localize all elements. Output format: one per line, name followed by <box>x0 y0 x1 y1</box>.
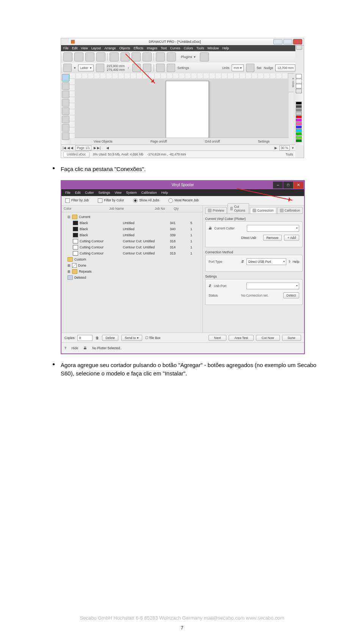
hide-label[interactable]: Hide <box>72 346 78 350</box>
units-select[interactable]: mm ▾ <box>232 64 244 71</box>
toolbar-icon[interactable] <box>156 52 165 61</box>
tools-label[interactable]: Tools <box>286 152 293 156</box>
done-button[interactable]: Done <box>282 335 301 341</box>
help-icon[interactable]: ? <box>289 260 290 264</box>
close-button[interactable] <box>293 39 302 44</box>
menu-file[interactable]: File <box>65 191 71 195</box>
plugins-label[interactable]: Plugins <box>181 55 192 59</box>
tab-connection[interactable]: Connection <box>250 207 276 213</box>
filter-by-color-check[interactable]: Filter by Color <box>98 198 124 203</box>
col-jobname[interactable]: Job Name <box>109 207 155 210</box>
job-row[interactable]: Cutting ContourContour Cut: Untitled3141 <box>62 244 202 250</box>
menu-text[interactable]: Text <box>161 46 167 50</box>
grid-toggle[interactable]: Grid on/off <box>205 140 220 143</box>
menu-arrange[interactable]: Arrange <box>104 46 116 50</box>
menu-objects[interactable]: Objects <box>119 46 130 50</box>
swatch[interactable] <box>296 79 302 83</box>
pointer-tool-icon[interactable] <box>62 74 69 82</box>
menu-help[interactable]: Help <box>222 46 229 50</box>
col-jobno[interactable]: Job No <box>155 207 174 210</box>
menu-edit[interactable]: Edit <box>72 46 78 50</box>
opt-icon[interactable] <box>143 64 151 72</box>
copies-input[interactable]: 0 <box>77 335 93 341</box>
job-row[interactable]: BlackUntitled3415 <box>62 220 202 226</box>
mdi-close[interactable] <box>296 45 302 50</box>
toolbar-icon[interactable] <box>85 52 94 61</box>
job-row[interactable]: Cutting ContourContour Cut: Untitled3131 <box>62 250 202 256</box>
menu-tools[interactable]: Tools <box>196 46 204 50</box>
menu-curves[interactable]: Curves <box>170 46 180 50</box>
toolbar-icon[interactable] <box>110 52 119 61</box>
col-qty[interactable]: Qty <box>174 207 185 210</box>
folder-repeats[interactable]: ⊞Repeats <box>62 268 202 275</box>
port-type-select[interactable]: Direct USB Port <box>246 258 286 265</box>
page-toggle[interactable]: Page on/off <box>151 140 167 143</box>
swatch[interactable] <box>296 129 302 132</box>
page-size-select[interactable]: Letter ▾ <box>78 64 94 71</box>
tab-cut-options[interactable]: Cut Options <box>228 203 249 213</box>
folder-custom[interactable]: Custom <box>62 256 202 262</box>
menu-images[interactable]: Images <box>147 46 157 50</box>
toolbar-icon[interactable] <box>96 52 105 61</box>
add-button[interactable]: + Add <box>284 235 299 241</box>
opt-icon[interactable] <box>156 64 165 72</box>
opt-icon[interactable] <box>167 64 175 72</box>
toolbar-icon[interactable] <box>143 52 152 61</box>
toolbar-icon[interactable] <box>63 52 72 61</box>
area-test-button[interactable]: Area Test <box>229 335 254 341</box>
swatch[interactable] <box>296 126 302 129</box>
usb-port-select[interactable] <box>246 283 299 289</box>
canvas-area[interactable] <box>75 78 289 138</box>
folder-deleted[interactable]: Deleted <box>62 275 202 281</box>
remove-button[interactable]: Remove <box>263 235 282 241</box>
tool-icon[interactable] <box>62 82 69 90</box>
close-button[interactable]: ✕ <box>293 182 303 188</box>
toolbar-icon[interactable] <box>167 52 176 61</box>
swatch[interactable] <box>296 89 302 93</box>
menu-effects[interactable]: Effects <box>133 46 143 50</box>
nudge-input[interactable]: 12,700 mm <box>275 64 295 71</box>
menu-window[interactable]: Window <box>207 46 219 50</box>
settings-label[interactable]: Settings <box>177 66 189 70</box>
swatch[interactable] <box>296 122 302 125</box>
minimize-button[interactable] <box>273 39 282 44</box>
menu-colors[interactable]: Colors <box>184 46 193 50</box>
swatch[interactable] <box>296 84 302 88</box>
delete-button[interactable]: Delete <box>102 335 118 341</box>
maximize-button[interactable] <box>283 39 292 44</box>
next-button[interactable]: Next <box>209 335 226 341</box>
swatch[interactable] <box>296 119 302 122</box>
sendto-button[interactable]: Send to ▾ <box>121 335 142 341</box>
cut-now-button[interactable]: Cut Now <box>256 335 280 341</box>
swatch[interactable] <box>296 108 302 111</box>
swatch[interactable] <box>296 136 302 139</box>
opt-icon[interactable] <box>96 64 104 72</box>
filter-by-job-check[interactable]: Filter by Job <box>65 198 89 203</box>
swatch[interactable] <box>296 132 302 135</box>
view-settings[interactable]: Settings <box>258 140 270 143</box>
hide-icon[interactable]: ? <box>64 346 66 350</box>
menu-help[interactable]: Help <box>162 191 168 195</box>
opt-icon[interactable] <box>63 64 72 72</box>
help-label[interactable]: Help <box>293 260 299 264</box>
swatch[interactable] <box>296 139 302 142</box>
toolbar-icon[interactable] <box>74 52 83 61</box>
swatch[interactable] <box>296 115 302 118</box>
tile-box-check[interactable]: ☐ Tile Box <box>145 336 161 340</box>
layers-tool-icon[interactable] <box>62 132 69 140</box>
col-color[interactable]: Color <box>64 207 109 210</box>
menu-edit[interactable]: Edit <box>75 191 81 195</box>
minimize-button[interactable]: – <box>273 182 283 188</box>
maximize-button[interactable]: □ <box>283 182 293 188</box>
current-cutter-select[interactable] <box>247 225 299 232</box>
menu-file[interactable]: File <box>63 46 69 50</box>
set-button[interactable] <box>246 64 254 72</box>
most-recent-radio[interactable]: Most Recent Job <box>168 198 199 203</box>
view-objects[interactable]: View Objects <box>94 140 112 143</box>
job-row[interactable]: BlackUntitled3391 <box>62 232 202 238</box>
folder-current[interactable]: ⊟Current <box>62 214 202 220</box>
menu-view[interactable]: View <box>81 46 88 50</box>
menu-layout[interactable]: Layout <box>91 46 101 50</box>
page-indicator[interactable]: Page 1/1 <box>75 145 91 151</box>
zoom-tool-icon[interactable] <box>62 91 69 98</box>
